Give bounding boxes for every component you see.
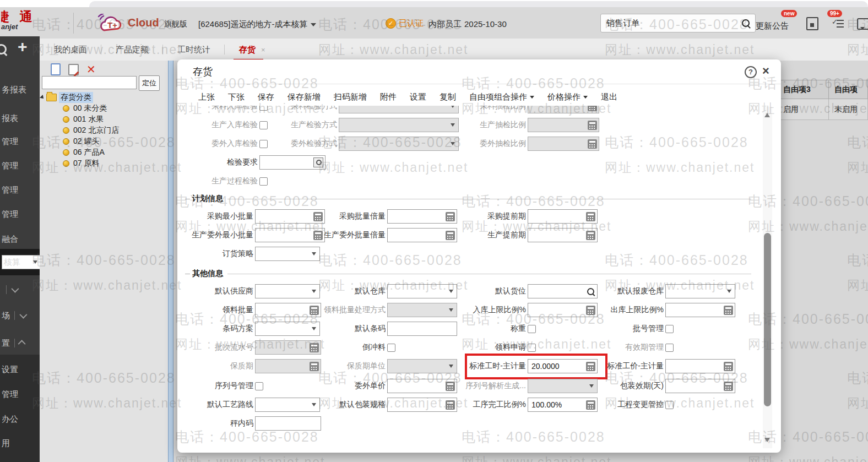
production-sampling-ratio-input[interactable] [528,118,599,132]
tree-search-input[interactable] [42,76,137,89]
toolbar-保存新增[interactable]: 保存新增 [287,92,321,102]
scroll-down-arrow-icon[interactable] [764,438,770,445]
toolbar-label: 上张 [198,92,215,102]
tree-item[interactable]: 00 未分类 [40,103,168,114]
sidebar-add-icon[interactable]: + [18,37,28,56]
sidebar-item[interactable]: 管理 [0,387,40,401]
sidebar-item[interactable]: 融合 [0,232,40,246]
tree-item[interactable]: 02 罐头 [40,136,168,147]
standard-wage-input[interactable] [665,359,735,373]
calculator-icon[interactable] [724,362,733,371]
engineering-change-checkbox[interactable] [665,401,674,409]
calculator-icon[interactable] [724,382,733,391]
serial-number-checkbox[interactable] [255,382,263,390]
batch-number-checkbox[interactable] [665,325,674,333]
locate-button[interactable]: 定位 [139,75,160,91]
panel-splitter[interactable] [168,61,173,462]
browse-icon[interactable] [313,157,323,167]
sidebar-item[interactable]: 管理 [0,207,40,221]
task-list-icon[interactable]: ✓ [833,19,844,28]
sidebar-item[interactable]: 管理 [0,183,40,197]
default-scrap-warehouse-select[interactable] [665,284,735,298]
close-icon[interactable]: × [762,64,769,78]
global-search-input[interactable]: 销售订单 [600,14,756,32]
sidebar-item[interactable]: 管理 [0,134,40,149]
chevron-down-icon[interactable] [11,285,19,293]
update-announcement-link[interactable]: 更新公告 [756,21,789,31]
sidebar-item[interactable]: 用 [0,436,40,450]
chevron-down-icon[interactable] [19,311,27,319]
delete-icon[interactable]: ✕ [86,64,96,75]
purchase-leadtime-input[interactable] [528,209,598,224]
sidebar-item[interactable]: 置 [0,336,40,350]
sidebar-item[interactable]: 务报表 [0,83,40,97]
tab-工时统计[interactable]: 工时统计 [163,39,225,61]
tab-产品定额[interactable]: 产品定额 [101,39,163,61]
tab-我的桌面[interactable]: 我的桌面 [40,39,101,61]
chevron-up-icon[interactable] [18,340,26,347]
calculator-icon[interactable] [586,231,595,240]
calculator-icon[interactable] [588,139,597,149]
incoming-sampling-ratio-input[interactable] [528,106,599,113]
toolbar-附件[interactable]: 附件 [380,92,397,102]
tab-close-icon[interactable]: × [261,46,265,54]
help-icon[interactable]: ? [745,66,757,78]
sidebar-item-label: 核算 [4,257,20,268]
calculator-icon[interactable] [724,306,733,315]
scroll-up-arrow-icon[interactable] [764,110,770,117]
outsourcing-sampling-ratio-input[interactable] [528,137,599,151]
form-row: 默认工艺路线默认包装规格工序完工比例%100.00%工程变更管控 [177,395,761,414]
toolbar-复制[interactable]: 复制 [440,92,456,102]
new-document-icon[interactable] [51,63,61,75]
field-label: 领料批量 [188,305,253,315]
sidebar-item[interactable]: 办公 [0,412,40,426]
item-dot-icon [63,127,69,134]
backflush-checkbox[interactable] [387,344,395,352]
production-leadtime-input[interactable] [528,228,598,242]
field-label: 工程变更管控 [568,400,664,410]
toolbar-下张[interactable]: 下张 [228,92,245,102]
toolbar-价格操作[interactable]: 价格操作 [547,92,588,102]
sidebar-item[interactable]: 设置 [0,362,40,377]
sidebar-item[interactable]: 报表 [0,111,40,126]
tree-item[interactable]: 07 原料 [40,158,168,169]
sidebar-item[interactable]: 场 [0,308,40,323]
scale-code-input[interactable] [255,416,321,431]
toolbar-label: 保存新增 [287,92,321,102]
calculator-icon[interactable] [586,212,595,221]
dialog-scrollbar[interactable] [763,107,772,448]
search-icon[interactable] [742,19,750,27]
calculator-icon[interactable] [588,106,597,111]
sidebar-item[interactable]: 管理 [0,159,40,173]
toolbar-上张[interactable]: 上张 [198,92,215,102]
toolbar-设置[interactable]: 设置 [410,92,426,102]
process-inspection-checkbox[interactable] [259,177,268,186]
calculator-icon[interactable] [588,121,597,130]
message-icon[interactable] [857,18,868,30]
tree-item[interactable]: 06 产品A [40,147,168,158]
sidebar-item[interactable] [0,282,40,297]
toolbar-保存[interactable]: 保存 [258,92,274,102]
scrollbar-thumb[interactable] [764,233,771,406]
expander-icon[interactable] [40,95,45,100]
outbound-upper-ratio-input[interactable] [665,303,735,317]
workbench-icon[interactable] [806,17,818,30]
toolbar-自由项组合操作[interactable]: 自由项组合操作 [469,92,534,102]
edit-icon[interactable] [68,64,79,75]
sidebar-item-label: 融合 [2,234,18,244]
tree-item[interactable]: 002 北京门店 [40,125,168,136]
tree-root-node[interactable]: 存货分类 [40,91,168,103]
sidebar-item[interactable]: 核算 [2,255,40,269]
weighing-checkbox[interactable] [528,325,536,333]
picking-request-checkbox[interactable] [528,344,536,352]
package-validity-input[interactable] [665,379,735,393]
order-strategy-select[interactable] [255,247,320,261]
toolbar-退出[interactable]: 退出 [601,92,617,102]
validity-management-checkbox[interactable] [665,344,674,352]
toolbar-label: 扫码新增 [334,92,367,102]
tree-item[interactable]: 001 水果 [40,114,168,125]
account-switcher[interactable]: [624685]遥远的地方-成本核算 [198,19,316,30]
inspection-requirement-input[interactable] [259,155,326,170]
toolbar-扫码新增[interactable]: 扫码新增 [334,92,367,102]
tab-存货[interactable]: 存货× [225,39,280,61]
